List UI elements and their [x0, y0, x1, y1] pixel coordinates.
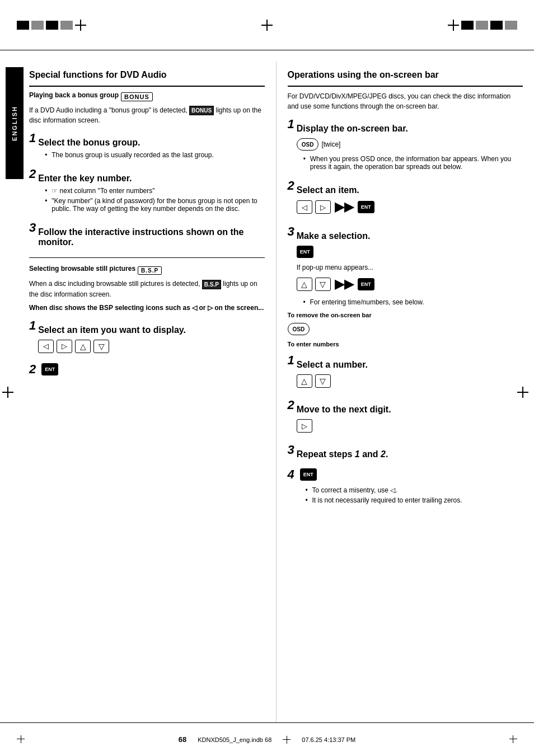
- section-title-left: Special functions for DVD Audio: [29, 70, 265, 87]
- subsection1-title: Playing back a bonus group: [29, 91, 119, 99]
- right-step1: 1 Display the on-screen bar. OSD [twice]…: [288, 117, 523, 173]
- enter-bullets: To correct a misentry, use ◁. It is not …: [299, 486, 523, 504]
- to-remove-title: To remove the on-screen bar: [288, 312, 523, 318]
- enter-step1-heading: Select a number.: [297, 360, 523, 370]
- popup-buttons: △ ▽ ▶▶ ENT: [297, 277, 523, 292]
- step1-content: Select the bonus group. The bonus group …: [38, 131, 264, 161]
- right-step1-number: 1: [288, 117, 294, 132]
- step2-bullets: ☞ next column "To enter numbers" "Key nu…: [38, 187, 264, 213]
- step3-number: 3: [29, 220, 36, 235]
- enter-step4-number: 4: [288, 467, 294, 482]
- bsp-step1-content: Select an item you want to display. ◁ ▷ …: [38, 318, 264, 358]
- osd-button-1: OSD: [297, 138, 319, 151]
- right-step2: 2 Select an item. ◁ ▷ ▶▶ ENT: [288, 179, 523, 219]
- right-step3: 3 Make a selection. ENT If pop-up menu a…: [288, 224, 523, 296]
- bsp-step2-number: 2: [29, 362, 36, 377]
- reg-block-6: [476, 21, 488, 30]
- right-step2-heading: Select an item.: [297, 185, 523, 195]
- right-column: Operations using the on-screen bar For D…: [277, 62, 535, 722]
- enter-step2-number: 2: [288, 398, 294, 412]
- enter-step3-number: 3: [288, 443, 294, 457]
- ent-button-step3: ENT: [297, 246, 313, 258]
- enter-step2-buttons: ▷: [297, 419, 523, 433]
- enter-step1-buttons: △ ▽: [297, 374, 523, 388]
- enter-step3-content: Repeat steps 1 and 2.: [297, 443, 523, 463]
- enter-step4: 4 ENT: [288, 467, 523, 482]
- right-arrow-btn: ▷: [57, 340, 72, 353]
- enter-step2: 2 Move to the next digit. ▷: [288, 398, 523, 437]
- bottom-right: [509, 735, 517, 744]
- enter-step1-number: 1: [288, 353, 294, 368]
- reg-cross-right: [517, 387, 528, 398]
- top-registration-bar: [0, 0, 534, 50]
- reg-cross-top-right: [448, 20, 459, 31]
- bonus-badge: BONUS: [121, 92, 153, 101]
- enter-step2-content: Move to the next digit. ▷: [297, 398, 523, 437]
- to-remove-section: To remove the on-screen bar OSD: [288, 312, 523, 335]
- right-intro: For DVD/VCD/DivX/MPEG/JPEG discs, you ca…: [288, 91, 523, 111]
- ent-button-enter4: ENT: [300, 468, 317, 481]
- popup-up-btn: △: [297, 278, 312, 291]
- right-reg-mark: [517, 387, 528, 398]
- reg-block-7: [490, 21, 503, 30]
- subsection2-intro-text: When a disc including browsable still pi…: [29, 280, 200, 288]
- bsp-buttons: ◁ ▷ △ ▽: [38, 340, 264, 353]
- enter-right-btn: ▷: [297, 419, 312, 433]
- reg-block-8: [505, 21, 517, 30]
- right-section-title: Operations using the on-screen bar: [288, 70, 523, 80]
- subsection2-title: Selecting browsable still pictures: [29, 265, 135, 273]
- osd-button-remove: OSD: [288, 323, 310, 335]
- date-info: 07.6.25 4:13:37 PM: [302, 736, 355, 743]
- section-title-right: Operations using the on-screen bar: [288, 70, 523, 87]
- file-info: KDNXD505_J_eng.indb 68: [198, 736, 271, 743]
- bottom-center: 68 KDNXD505_J_eng.indb 68 07.6.25 4:13:3…: [179, 735, 356, 744]
- step-ref-2: 2: [381, 449, 386, 459]
- reg-block-4: [60, 21, 73, 30]
- select-right-btn: ▷: [315, 200, 331, 214]
- right-step3-buttons: ENT: [297, 246, 523, 258]
- step2-bullet-2: "Key number" (a kind of password) for th…: [45, 197, 264, 213]
- step1-number: 1: [29, 131, 36, 145]
- right-step2-number: 2: [288, 179, 294, 193]
- enter-step1: 1 Select a number. △ ▽: [288, 353, 523, 392]
- reg-cross-bottom-center: [283, 736, 291, 744]
- enter-down-btn: ▽: [315, 374, 331, 388]
- right-step2-content: Select an item. ◁ ▷ ▶▶ ENT: [297, 179, 523, 219]
- right-step2-buttons: ◁ ▷ ▶▶ ENT: [297, 200, 523, 214]
- section-divider: [29, 86, 265, 87]
- step3-bonus: 3 Follow the interactive instructions sh…: [29, 220, 265, 251]
- ent-button-bsp: ENT: [41, 363, 58, 375]
- left-section-title: Special functions for DVD Audio: [29, 70, 265, 80]
- bottom-left: [17, 735, 25, 744]
- right-step1-heading: Display the on-screen bar.: [297, 124, 523, 134]
- after-step3-bullet-1: For entering time/numbers, see below.: [303, 298, 523, 306]
- step3-content: Follow the interactive instructions show…: [38, 220, 264, 251]
- left-arrow-btn: ◁: [38, 340, 54, 353]
- step3-heading: Follow the interactive instructions show…: [38, 227, 264, 247]
- enter-step1-content: Select a number. △ ▽: [297, 353, 523, 392]
- step2-content: Enter the key number. ☞ next column "To …: [38, 167, 264, 215]
- reg-block-1: [17, 21, 29, 30]
- top-left-marks: [17, 20, 86, 31]
- right-step3-number: 3: [288, 224, 294, 239]
- right-step1-bullets: When you press OSD once, the information…: [297, 155, 523, 171]
- enter-step3-heading: Repeat steps 1 and 2.: [297, 449, 523, 459]
- step1-heading: Select the bonus group.: [38, 138, 264, 148]
- subsection-bonus-group: Playing back a bonus group BONUS If a DV…: [29, 91, 265, 251]
- bsp-bold-note: When disc shows the BSP selecting icons …: [29, 303, 265, 313]
- divider-1: [29, 257, 265, 258]
- right-step3-heading: Make a selection.: [297, 231, 523, 241]
- reg-cross-bottom-left: [17, 735, 25, 743]
- step1-bonus: 1 Select the bonus group. The bonus grou…: [29, 131, 265, 161]
- reg-cross-top-center: [260, 18, 274, 32]
- popup-thick-arrow-icon: ▶▶: [335, 277, 354, 292]
- reg-block-3: [46, 21, 58, 30]
- content-area: ENGLISH Special functions for DVD Audio …: [0, 50, 534, 734]
- bonus-inline-badge: BONUS: [189, 106, 214, 115]
- right-step3-content: Make a selection. ENT If pop-up menu app…: [297, 224, 523, 296]
- subsection1-intro-text: If a DVD Audio including a "bonus group"…: [29, 106, 188, 114]
- step2-number: 2: [29, 167, 36, 181]
- down-arrow-btn: ▽: [93, 340, 109, 353]
- after-step3-bullets: For entering time/numbers, see below.: [297, 298, 523, 306]
- bottom-bar: 68 KDNXD505_J_eng.indb 68 07.6.25 4:13:3…: [0, 722, 534, 756]
